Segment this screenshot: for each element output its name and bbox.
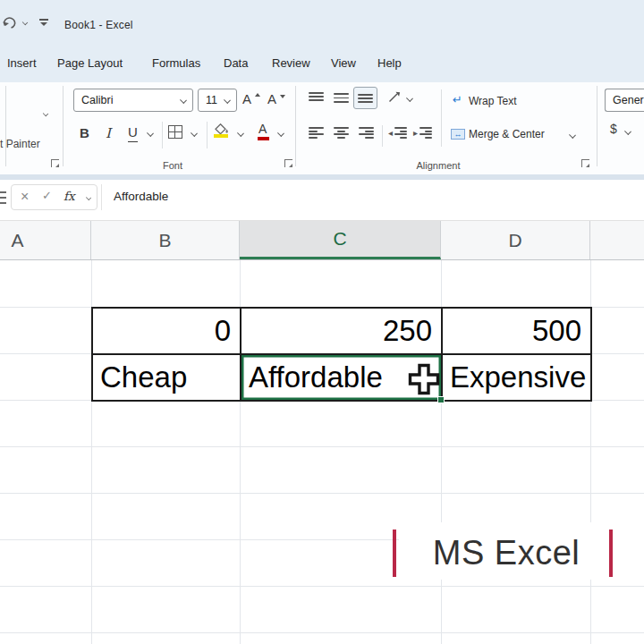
alignment-dialog-launcher-icon[interactable]: [581, 159, 589, 167]
align-left-icon[interactable]: [309, 127, 324, 139]
gridline: [0, 446, 644, 447]
tab-review[interactable]: Review: [272, 45, 310, 82]
tab-insert[interactable]: Insert: [7, 45, 37, 82]
watermark-left-bar: [393, 530, 396, 577]
font-name-combobox[interactable]: Calibri: [73, 89, 193, 112]
accounting-dropdown-icon[interactable]: [624, 128, 631, 135]
cell-d-500[interactable]: 500: [443, 309, 592, 355]
cell-c-250[interactable]: 250: [242, 309, 443, 355]
wrap-text-icon: ↵: [453, 93, 462, 106]
increase-indent-arrow: ▸: [413, 129, 418, 138]
font-color-icon[interactable]: A: [258, 122, 267, 136]
function-dropdown-icon[interactable]: [86, 195, 91, 200]
underline-button[interactable]: U: [128, 124, 138, 142]
bold-button[interactable]: B: [80, 125, 89, 141]
decrease-indent-arrow: ◂: [388, 129, 393, 138]
increase-font-size-button[interactable]: A: [242, 91, 251, 106]
increase-indent-icon[interactable]: [419, 127, 432, 139]
format-painter-label[interactable]: t Painter: [0, 138, 55, 150]
sheet-grid[interactable]: MS Excel 0 250 500 Cheap Affordable Expe…: [0, 260, 644, 644]
gridline: [0, 632, 644, 633]
enter-icon[interactable]: ✓: [42, 189, 52, 202]
redo-icon[interactable]: [2, 14, 18, 32]
font-color-dropdown-icon[interactable]: [277, 130, 284, 137]
group-separator: [295, 86, 296, 166]
column-header-b[interactable]: B: [91, 221, 240, 259]
number-format-combobox[interactable]: General: [605, 89, 644, 112]
insert-function-icon[interactable]: fx: [64, 189, 75, 203]
align-right-icon[interactable]: [359, 127, 374, 139]
title-bar: Book1 - Excel: [0, 0, 644, 45]
watermark-text: MS Excel: [410, 528, 603, 578]
font-name-value: Calibri: [81, 94, 113, 106]
window-title: Book1 - Excel: [64, 19, 133, 31]
underline-dropdown-icon[interactable]: [147, 130, 154, 137]
column-header-c[interactable]: C: [240, 221, 441, 259]
borders-icon[interactable]: [168, 125, 182, 139]
formula-bar: × ✓ fx Affordable: [0, 180, 644, 221]
column-header-a[interactable]: A: [0, 221, 91, 259]
orientation-icon[interactable]: [387, 90, 402, 107]
alignment-group-label: Alignment: [385, 160, 492, 171]
tab-formulas[interactable]: Formulas: [152, 45, 200, 82]
font-group-label: Font: [125, 160, 220, 171]
quick-access-customize-icon[interactable]: [39, 19, 48, 27]
cell-d-expensive[interactable]: Expensive: [443, 355, 592, 402]
tab-data[interactable]: Data: [224, 45, 248, 82]
align-top-icon[interactable]: [309, 92, 324, 104]
chevron-down-icon[interactable]: [224, 97, 231, 104]
merge-center-dropdown-icon[interactable]: [569, 131, 576, 139]
formula-buttons: × ✓ fx: [11, 184, 97, 210]
fill-color-icon[interactable]: [214, 123, 230, 139]
format-painter-dropdown-icon[interactable]: [43, 111, 48, 116]
separator: [162, 122, 163, 148]
separator: [382, 125, 383, 147]
decrease-font-size-button[interactable]: A: [267, 91, 276, 106]
merge-center-icon: ↔: [451, 129, 465, 140]
column-header-d[interactable]: D: [441, 221, 590, 259]
data-table: 0 250 500 Cheap Affordable Expensive: [91, 307, 592, 402]
gridline: [0, 586, 644, 587]
orientation-dropdown-icon[interactable]: [406, 95, 413, 102]
cell-b-0[interactable]: 0: [93, 309, 242, 355]
font-size-value: 11: [206, 94, 217, 106]
group-separator: [63, 86, 64, 166]
align-bottom-icon[interactable]: [358, 91, 373, 103]
tab-page-layout[interactable]: Page Layout: [57, 45, 123, 82]
align-middle-icon[interactable]: [334, 92, 349, 104]
tab-view[interactable]: View: [331, 45, 356, 82]
chevron-down-icon[interactable]: [180, 97, 187, 104]
column-header-e[interactable]: [590, 221, 644, 259]
number-format-value: General: [613, 94, 644, 106]
column-headers: A B C D: [0, 221, 644, 260]
clipboard-dialog-launcher-icon[interactable]: [51, 159, 59, 167]
excel-window: Book1 - Excel Insert Page Layout Formula…: [0, 0, 644, 644]
wrap-text-button[interactable]: Wrap Text: [469, 95, 517, 107]
fill-color-dropdown-icon[interactable]: [237, 130, 244, 137]
cancel-icon[interactable]: ×: [21, 188, 29, 206]
accounting-format-button[interactable]: $: [610, 122, 617, 136]
group-separator: [5, 86, 6, 166]
watermark-right-bar: [609, 530, 613, 577]
italic-button[interactable]: I: [106, 125, 111, 141]
borders-dropdown-icon[interactable]: [191, 130, 198, 137]
tab-help[interactable]: Help: [377, 45, 402, 82]
font-dialog-launcher-icon[interactable]: [284, 159, 292, 167]
separator: [207, 122, 208, 148]
cell-b-cheap[interactable]: Cheap: [93, 355, 242, 402]
cell-cursor-icon: [407, 362, 441, 400]
gridline: [0, 493, 644, 494]
align-center-icon[interactable]: [334, 127, 349, 139]
formula-input[interactable]: Affordable: [114, 190, 168, 203]
decrease-indent-icon[interactable]: [394, 127, 407, 139]
group-separator: [597, 86, 597, 166]
ribbon: t Painter Calibri 11 A A B I U A: [0, 82, 644, 174]
separator: [101, 184, 102, 210]
merge-center-button[interactable]: Merge & Center: [469, 128, 545, 140]
redo-dropdown-icon[interactable]: [22, 20, 28, 25]
name-box-grip-icon: [0, 191, 6, 204]
ribbon-tab-row: Insert Page Layout Formulas Data Review …: [0, 45, 644, 82]
font-size-combobox[interactable]: 11: [198, 89, 237, 112]
separator: [441, 89, 442, 147]
